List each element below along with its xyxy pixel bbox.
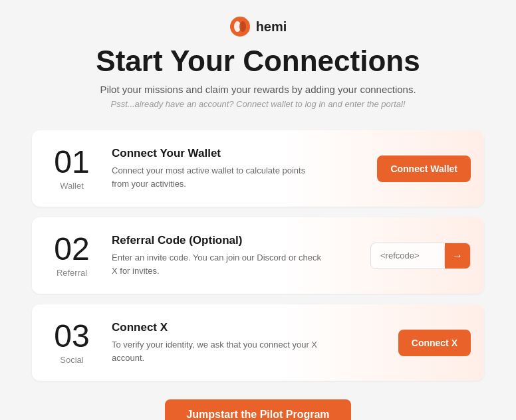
card-content-2: Referral Code (Optional) Enter an invite… xyxy=(112,234,357,277)
card-content-1: Connect Your Wallet Connect your most ac… xyxy=(112,147,364,190)
card-title-2: Referral Code (Optional) xyxy=(112,234,357,247)
jumpstart-button[interactable]: Jumpstart the Pilot Program xyxy=(165,399,350,420)
card-description-1: Connect your most active wallet to calcu… xyxy=(112,164,324,190)
card-description-3: To verify your identity, we ask that you… xyxy=(112,338,324,364)
card-wallet: 01 Wallet Connect Your Wallet Connect yo… xyxy=(32,130,484,207)
card-number-3: 03 xyxy=(54,320,89,352)
page-title: Start Your Connections xyxy=(96,45,420,77)
card-label-2: Referral xyxy=(57,268,87,278)
card-title-3: Connect X xyxy=(112,321,385,334)
referral-code-input[interactable] xyxy=(371,244,444,267)
card-action-3: Connect X xyxy=(398,330,471,356)
card-social: 03 Social Connect X To verify your ident… xyxy=(32,304,484,381)
card-action-2: → xyxy=(370,243,471,269)
card-label-3: Social xyxy=(60,355,83,365)
page-hint: Psst...already have an account? Connect … xyxy=(111,99,406,109)
hemi-logo-icon xyxy=(229,16,251,37)
connect-wallet-button[interactable]: Connect Wallet xyxy=(377,156,471,182)
logo-text: hemi xyxy=(256,19,287,35)
logo: hemi xyxy=(229,16,287,37)
card-label-1: Wallet xyxy=(60,181,84,191)
card-number-section-3: 03 Social xyxy=(45,320,98,365)
bottom-action: Jumpstart the Pilot Program xyxy=(165,399,350,420)
card-description-2: Enter an invite code. You can join our D… xyxy=(112,251,324,277)
card-number-2: 02 xyxy=(54,233,89,265)
card-number-section-1: 01 Wallet xyxy=(45,146,98,191)
svg-point-2 xyxy=(239,21,246,32)
page-subtitle: Pilot your missions and claim your rewar… xyxy=(100,84,416,95)
referral-submit-button[interactable]: → xyxy=(445,243,470,268)
card-title-1: Connect Your Wallet xyxy=(112,147,364,160)
card-number-section-2: 02 Referral xyxy=(45,233,98,278)
connect-x-button[interactable]: Connect X xyxy=(398,330,471,356)
cards-container: 01 Wallet Connect Your Wallet Connect yo… xyxy=(32,130,484,381)
card-action-1: Connect Wallet xyxy=(377,156,471,182)
card-referral: 02 Referral Referral Code (Optional) Ent… xyxy=(32,217,484,294)
card-content-3: Connect X To verify your identity, we as… xyxy=(112,321,385,364)
referral-input-group: → xyxy=(370,243,471,269)
card-number-1: 01 xyxy=(54,146,89,178)
